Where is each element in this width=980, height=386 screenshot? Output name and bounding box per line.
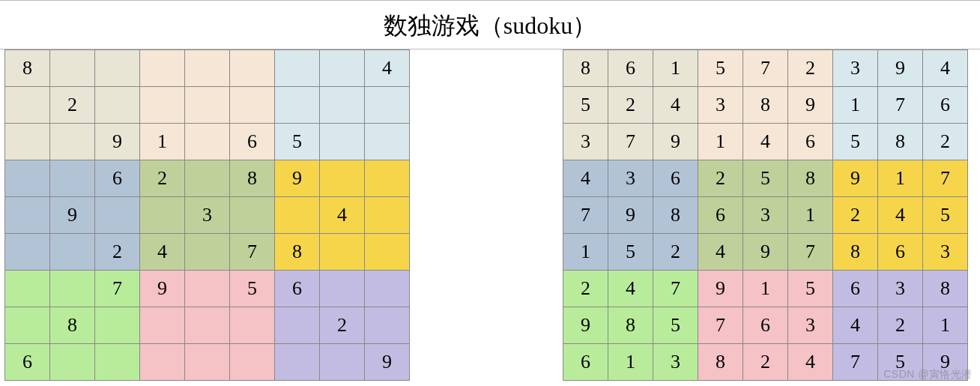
puzzle-cell: [275, 307, 320, 344]
solution-cell: 8: [923, 271, 968, 307]
solution-cell: 5: [608, 234, 653, 271]
puzzle-cell: 9: [95, 124, 140, 160]
solution-cell: 8: [878, 124, 923, 160]
puzzle-cell: [230, 197, 275, 234]
solution-cell: 4: [563, 160, 608, 197]
solution-cell: 5: [923, 197, 968, 234]
puzzle-cell: [320, 344, 365, 381]
puzzle-cell: 8: [230, 160, 275, 197]
puzzle-cell: [230, 344, 275, 381]
puzzle-cell: [5, 124, 50, 160]
puzzle-cell: 4: [140, 234, 185, 271]
solution-cell: 6: [788, 124, 833, 160]
solution-cell: 7: [563, 197, 608, 234]
solution-cell: 1: [743, 271, 788, 307]
solution-cell: 9: [743, 234, 788, 271]
solution-cell: 8: [788, 160, 833, 197]
puzzle-cell: [365, 124, 410, 160]
solution-cell: 9: [608, 197, 653, 234]
puzzle-cell: [275, 344, 320, 381]
puzzle-cell: 9: [365, 344, 410, 381]
solution-cell: 4: [653, 87, 698, 124]
puzzle-cell: [275, 197, 320, 234]
solution-cell: 4: [743, 124, 788, 160]
solution-row: 861572394: [563, 50, 968, 87]
solution-cell: 6: [878, 234, 923, 271]
solution-row: 436258917: [563, 160, 968, 197]
puzzle-cell: 4: [320, 197, 365, 234]
puzzle-cell: [185, 124, 230, 160]
solution-cell: 2: [833, 197, 878, 234]
solution-cell: 8: [743, 87, 788, 124]
solution-cell: 2: [743, 344, 788, 381]
puzzle-cell: [140, 50, 185, 87]
solution-cell: 1: [923, 307, 968, 344]
puzzle-cell: [185, 234, 230, 271]
puzzle-cell: [365, 307, 410, 344]
solution-cell: 2: [788, 50, 833, 87]
solution-cell: 7: [878, 87, 923, 124]
puzzle-cell: [140, 87, 185, 124]
solution-cell: 3: [608, 160, 653, 197]
solution-cell: 6: [833, 271, 878, 307]
solution-cell: 6: [923, 87, 968, 124]
solution-cell: 9: [788, 87, 833, 124]
puzzle-cell: [50, 271, 95, 307]
solution-cell: 7: [923, 160, 968, 197]
puzzle-cell: 1: [140, 124, 185, 160]
puzzle-row: 9165: [5, 124, 410, 160]
puzzle-cell: [275, 87, 320, 124]
puzzle-cell: 8: [50, 307, 95, 344]
solution-cell: 7: [833, 344, 878, 381]
puzzle-cell: 7: [95, 271, 140, 307]
puzzle-cell: [320, 124, 365, 160]
solution-cell: 6: [563, 344, 608, 381]
puzzle-cell: [365, 160, 410, 197]
solution-cell: 3: [653, 344, 698, 381]
solution-cell: 8: [698, 344, 743, 381]
puzzle-cell: 6: [275, 271, 320, 307]
solution-cell: 2: [698, 160, 743, 197]
puzzle-cell: [5, 87, 50, 124]
puzzle-cell: 4: [365, 50, 410, 87]
solution-cell: 7: [698, 307, 743, 344]
puzzle-cell: [50, 234, 95, 271]
solution-row: 985763421: [563, 307, 968, 344]
solution-cell: 9: [563, 307, 608, 344]
solution-cell: 1: [563, 234, 608, 271]
solution-cell: 5: [653, 307, 698, 344]
puzzle-cell: [95, 307, 140, 344]
puzzle-cell: [365, 197, 410, 234]
puzzle-cell: [185, 50, 230, 87]
solution-cell: 4: [698, 234, 743, 271]
puzzle-cell: 6: [5, 344, 50, 381]
solution-cell: 1: [608, 344, 653, 381]
boards-container: 84291656289934247879568269 8615723945243…: [0, 49, 980, 381]
puzzle-row: 2: [5, 87, 410, 124]
solution-cell: 4: [788, 344, 833, 381]
puzzle-cell: [50, 124, 95, 160]
solution-cell: 3: [833, 50, 878, 87]
puzzle-cell: [95, 344, 140, 381]
puzzle-cell: [185, 344, 230, 381]
solution-cell: 2: [653, 234, 698, 271]
puzzle-cell: [365, 271, 410, 307]
solution-cell: 1: [833, 87, 878, 124]
solution-row: 379146582: [563, 124, 968, 160]
solution-cell: 3: [923, 234, 968, 271]
puzzle-cell: [185, 271, 230, 307]
puzzle-cell: 9: [140, 271, 185, 307]
solution-cell: 6: [608, 50, 653, 87]
puzzle-cell: [140, 344, 185, 381]
puzzle-row: 934: [5, 197, 410, 234]
solution-cell: 4: [923, 50, 968, 87]
solution-cell: 9: [923, 344, 968, 381]
puzzle-cell: [230, 307, 275, 344]
puzzle-cell: [50, 160, 95, 197]
puzzle-cell: 9: [275, 160, 320, 197]
puzzle-cell: [365, 87, 410, 124]
puzzle-cell: [185, 160, 230, 197]
solution-cell: 7: [788, 234, 833, 271]
puzzle-cell: 3: [185, 197, 230, 234]
puzzle-cell: [320, 87, 365, 124]
